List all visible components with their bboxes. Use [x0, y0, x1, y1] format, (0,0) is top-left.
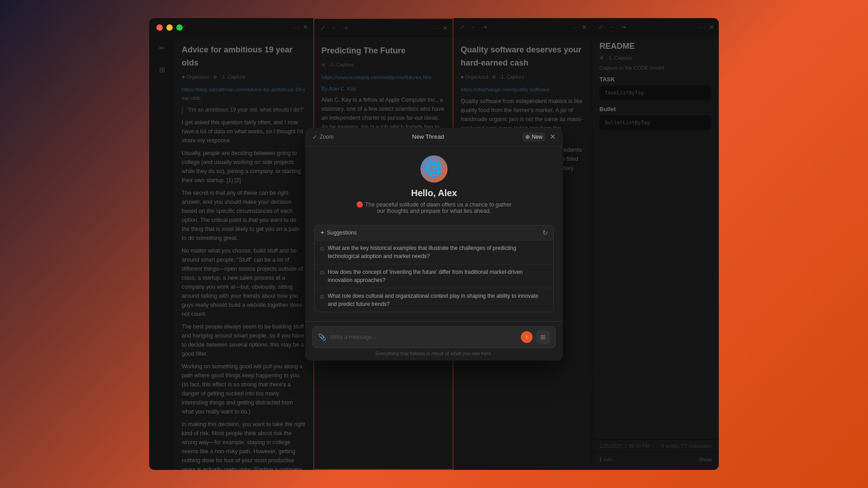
sparkle-icon: ✦	[320, 230, 325, 236]
message-input[interactable]	[330, 334, 517, 340]
modal-overlay[interactable]: ⤢ Zoom New Thread ⊕ New ✕ 🌐	[149, 18, 719, 470]
suggestion-item-1[interactable]: ⊡ How does the concept of 'inventing the…	[315, 264, 553, 288]
close-traffic-light[interactable]	[156, 24, 163, 31]
suggestion-item-2[interactable]: ⊡ What role does cultural and organizati…	[315, 288, 553, 312]
greeting-emoji: 🔴	[356, 202, 363, 208]
modal-new-btn[interactable]: ⊕ New	[523, 132, 545, 141]
modal-header-left: ⤢ Zoom	[312, 134, 334, 140]
modal-zoom-icon: ⤢	[312, 134, 317, 140]
suggestion-item-0[interactable]: ⊡ What are the key historical examples t…	[315, 240, 553, 264]
suggestion-icon-0: ⊡	[320, 245, 324, 253]
new-thread-modal: ⤢ Zoom New Thread ⊕ New ✕ 🌐	[305, 128, 563, 361]
modal-zoom-label: Zoom	[320, 134, 334, 140]
attach-icon[interactable]: 📎	[318, 333, 326, 341]
edit-icon: ⊕	[525, 134, 530, 140]
avatar: 🌐	[420, 155, 448, 183]
modal-title: New Thread	[334, 133, 523, 140]
suggestions-title: ✦ Suggestions	[320, 230, 357, 236]
suggestion-icon-2: ⊡	[320, 293, 324, 300]
suggestions-header: ✦ Suggestions ↻	[315, 225, 553, 240]
minimize-traffic-light[interactable]	[166, 24, 173, 31]
send-btn[interactable]: ↑	[521, 331, 533, 343]
disclaimer-text: Everything that follows is result of wha…	[312, 351, 556, 356]
suggestion-icon-1: ⊡	[320, 269, 324, 277]
greeting-title: Hello, Alex	[411, 188, 457, 198]
modal-header-right: ⊕ New ✕	[523, 132, 556, 141]
maximize-traffic-light[interactable]	[176, 24, 183, 31]
window-traffic-lights	[156, 24, 183, 31]
modal-body: 🌐 Hello, Alex 🔴 The peaceful solitude of…	[305, 146, 563, 321]
app-window: ✏ ⊞ ⤢ ··· ✕ Advice for ambitious 19 year…	[149, 18, 719, 470]
action-btn[interactable]: ⊞	[536, 330, 550, 344]
message-input-row: 📎 ↑ ⊞	[312, 326, 556, 348]
modal-footer: 📎 ↑ ⊞ Everything that follows is result …	[305, 321, 563, 361]
greeting-subtitle: 🔴 The peaceful solitude of dawn offers u…	[353, 201, 515, 214]
suggestions-refresh-btn[interactable]: ↻	[542, 229, 548, 236]
suggestions-container: ✦ Suggestions ↻ ⊡ What are the key histo…	[314, 225, 554, 312]
modal-close-btn[interactable]: ✕	[550, 132, 556, 141]
avatar-container: 🌐	[420, 155, 448, 183]
modal-header: ⤢ Zoom New Thread ⊕ New ✕	[305, 128, 563, 146]
